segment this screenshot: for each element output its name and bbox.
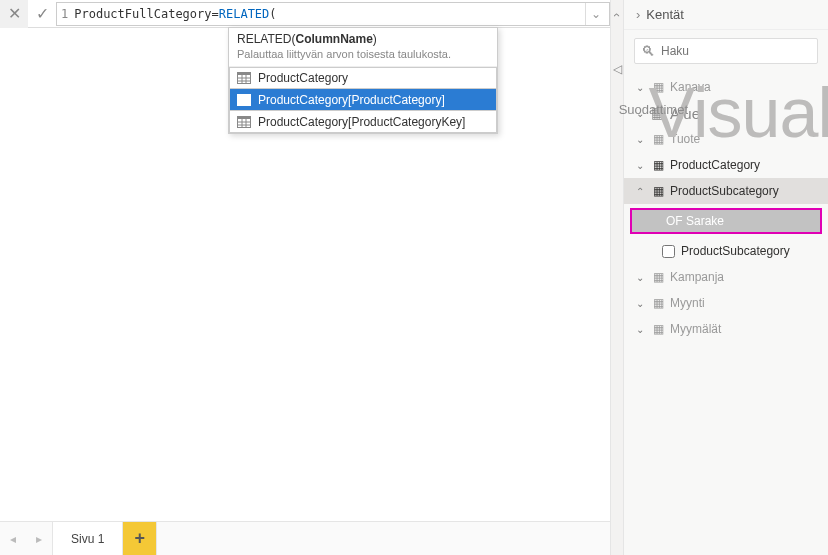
table-icon: ▦ xyxy=(650,158,666,172)
table-icon: ▦ xyxy=(650,184,666,198)
table-icon: ▦ xyxy=(650,270,666,284)
formula-expand-button[interactable]: ⌄ xyxy=(585,3,605,25)
chevron-down-icon: ⌄ xyxy=(636,324,650,335)
intellisense-item-label: ProductCategory[ProductCategory] xyxy=(258,93,445,107)
formula-text: ProductFullCategory=RELATED( xyxy=(74,7,276,21)
table-row-myymalat[interactable]: ⌄ ▦ Myymälät xyxy=(624,316,828,342)
page-tab[interactable]: Sivu 1 xyxy=(52,522,123,555)
formula-bar[interactable]: 1 ProductFullCategory=RELATED( ⌄ xyxy=(56,2,610,26)
table-label: Kampanja xyxy=(670,270,724,284)
intellisense-item[interactable]: ProductCategory[ProductCategoryKey] xyxy=(229,111,497,133)
chevron-up-icon: ⌃ xyxy=(636,186,650,197)
table-row-kanava[interactable]: ⌄ ▦ Kanava xyxy=(624,74,828,100)
filters-pane-label: Suodattimet xyxy=(619,102,688,117)
add-page-button[interactable]: + xyxy=(123,522,157,555)
table-icon: ▦ xyxy=(650,296,666,310)
intellisense-item[interactable]: ProductCategory xyxy=(229,67,497,89)
table-row-productcategory[interactable]: ⌄ ▦ ProductCategory xyxy=(624,152,828,178)
page-tab-bar: ◂ ▸ Sivu 1 + xyxy=(0,521,610,555)
chevron-down-icon: ⌄ xyxy=(636,160,650,171)
field-checkbox[interactable] xyxy=(662,245,675,258)
table-icon xyxy=(236,115,252,129)
fields-search-input[interactable] xyxy=(661,44,811,58)
table-row-myynti[interactable]: ⌄ ▦ Myynti xyxy=(624,290,828,316)
play-icon: ◁ xyxy=(613,62,622,76)
table-row-productsubcategory[interactable]: ⌃ ▦ ProductSubcategory xyxy=(624,178,828,204)
intellisense-list: ProductCategory ProductCategory[ProductC… xyxy=(229,66,497,133)
fields-search[interactable]: 🔍︎ xyxy=(634,38,818,64)
chevron-left-icon: ‹ xyxy=(610,13,624,17)
table-label: Tuote xyxy=(670,132,700,146)
page-nav-next[interactable]: ▸ xyxy=(26,522,52,555)
table-label: ProductSubcategory xyxy=(670,184,779,198)
table-icon xyxy=(236,71,252,85)
table-label: Myymälät xyxy=(670,322,721,336)
table-row-tuote[interactable]: ⌄ ▦ Tuote xyxy=(624,126,828,152)
svg-rect-1 xyxy=(238,75,250,83)
table-label: Myynti xyxy=(670,296,705,310)
fields-pane-title: › Kentät xyxy=(624,0,828,30)
chevron-down-icon: ⌄ xyxy=(636,272,650,283)
table-icon: ▦ xyxy=(650,80,666,94)
fields-pane: › Kentät 🔍︎ ⌄ ▦ Kanava ⌄ ▦ Alue ⌄ ▦ Tuot… xyxy=(623,0,828,555)
search-icon: 🔍︎ xyxy=(641,43,655,59)
chevron-down-icon: ⌄ xyxy=(636,134,650,145)
intellisense-item[interactable]: ProductCategory[ProductCategory] xyxy=(229,89,497,111)
table-icon xyxy=(236,93,252,107)
intellisense-description: Palauttaa liittyvän arvon toisesta taulu… xyxy=(229,48,497,66)
svg-rect-15 xyxy=(238,119,250,127)
column-row-productsubcategory[interactable]: ProductSubcategory xyxy=(624,238,828,264)
cancel-formula-button[interactable]: ✕ xyxy=(0,0,28,28)
table-row-kampanja[interactable]: ⌄ ▦ Kampanja xyxy=(624,264,828,290)
commit-formula-button[interactable]: ✓ xyxy=(28,0,56,28)
intellisense-tooltip: RELATED(ColumnName) Palauttaa liittyvän … xyxy=(228,27,498,134)
chevron-right-icon: › xyxy=(636,7,640,22)
column-label: ProductSubcategory xyxy=(681,244,790,258)
intellisense-item-label: ProductCategory xyxy=(258,71,348,85)
page-nav-prev[interactable]: ◂ xyxy=(0,522,26,555)
table-icon: ▦ xyxy=(650,322,666,336)
chevron-down-icon: ⌄ xyxy=(636,298,650,309)
formula-line-number: 1 xyxy=(61,7,68,21)
visualizations-pane-collapsed[interactable]: ‹ ◁ xyxy=(610,0,623,555)
chevron-down-icon: ⌄ xyxy=(636,82,650,93)
intellisense-signature: RELATED(ColumnName) xyxy=(229,28,497,48)
intellisense-item-label: ProductCategory[ProductCategoryKey] xyxy=(258,115,465,129)
new-column-highlight[interactable]: OF Sarake xyxy=(630,208,822,234)
table-icon: ▦ xyxy=(650,132,666,146)
new-column-label: OF Sarake xyxy=(666,214,724,228)
table-label: Kanava xyxy=(670,80,711,94)
table-label: ProductCategory xyxy=(670,158,760,172)
